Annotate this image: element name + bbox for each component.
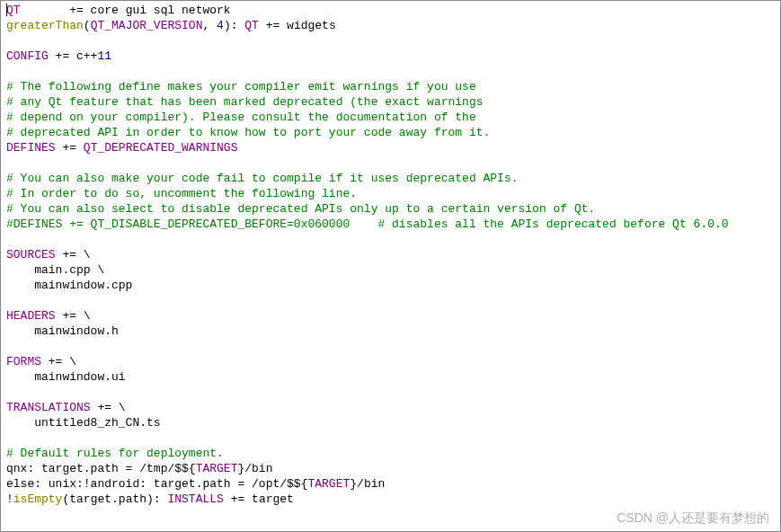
code-token: # In order to do so, uncomment the follo… [6,187,357,200]
code-token: += \ [91,401,126,414]
code-token: += \ [56,248,91,262]
code-token: HEADERS [6,309,56,323]
code-line[interactable]: !isEmpty(target.path): INSTALLS += targe… [6,492,775,507]
code-line[interactable] [6,385,775,400]
code-token: # Default rules for deployment. [6,447,224,460]
code-token: mainwindow.cpp [6,279,132,292]
code-token: INSTALLS [167,492,223,506]
code-line[interactable] [6,339,775,354]
code-line[interactable]: HEADERS += \ [6,308,775,324]
code-token: SOURCES [6,248,56,262]
code-line[interactable]: # Default rules for deployment. [6,446,775,461]
code-line[interactable] [6,293,775,308]
code-token: QT_MAJOR_VERSION [91,19,203,32]
code-line[interactable]: #DEFINES += QT_DISABLE_DEPRECATED_BEFORE… [6,217,775,232]
code-token: FORMS [6,355,41,368]
code-line[interactable]: # You can also select to disable depreca… [6,201,775,217]
code-line[interactable]: untitled8_zh_CN.ts [6,415,775,430]
code-line[interactable]: # You can also make your code fail to co… [6,171,775,186]
code-token: QT_DEPRECATED_WARNINGS [84,141,238,155]
code-line[interactable]: greaterThan(QT_MAJOR_VERSION, 4): QT += … [6,18,775,33]
code-token: , [202,19,217,32]
code-line[interactable] [6,64,775,79]
code-token: mainwindow.h [6,324,119,338]
code-token: TARGET [196,462,238,475]
code-line[interactable]: # deprecated API in order to know how to… [6,125,775,140]
code-token: # You can also select to disable depreca… [6,202,595,216]
code-line[interactable]: SOURCES += \ [6,247,775,262]
code-token: }/bin [237,462,272,475]
code-token: += \ [56,309,91,323]
code-line[interactable]: TRANSLATIONS += \ [6,400,775,415]
code-line[interactable] [6,155,775,171]
code-token: DEFINES [6,141,56,155]
code-line[interactable]: # any Qt feature that has been marked de… [6,94,775,110]
code-token: ): [224,19,244,32]
code-line[interactable]: # The following define makes your compil… [6,79,775,94]
code-token: }/bin [350,477,385,491]
code-token: # depend on your compiler). Please consu… [6,111,476,124]
code-token: += widgets [259,19,336,32]
code-line[interactable]: main.cpp \ [6,262,775,278]
code-token: += [56,141,84,155]
code-token: main.cpp \ [6,263,104,277]
code-token: 4 [217,19,224,32]
code-line[interactable]: mainwindow.cpp [6,278,775,293]
code-line[interactable] [6,232,775,247]
code-token: # deprecated API in order to know how to… [6,126,490,139]
code-line[interactable]: qnx: target.path = /tmp/$${TARGET}/bin [6,461,775,476]
code-editor[interactable]: QT += core gui sql networkgreaterThan(QT… [6,3,775,507]
code-token: # The following define makes your compil… [6,80,476,93]
code-line[interactable]: mainwindow.ui [6,369,775,385]
code-token: qnx: target.path = /tmp/$${ [6,462,196,475]
code-line[interactable]: # In order to do so, uncomment the follo… [6,186,775,201]
code-token: += target [224,492,294,506]
code-token: #DEFINES += QT_DISABLE_DEPRECATED_BEFORE… [6,217,729,231]
code-token: CONFIG [6,49,49,63]
code-line[interactable]: CONFIG += c++11 [6,49,775,64]
code-line[interactable]: mainwindow.h [6,324,775,339]
code-token: ! [6,492,13,506]
code-line[interactable] [6,33,775,49]
code-token: greaterThan [6,19,84,32]
code-token: += core gui sql network [21,4,231,17]
code-token: # any Qt feature that has been marked de… [6,95,484,109]
code-line[interactable] [6,430,775,446]
code-token: else: unix:!android: target.path = /opt/… [6,477,307,491]
code-token: += c++ [49,49,98,63]
code-token: mainwindow.ui [6,370,126,384]
code-line[interactable]: # depend on your compiler). Please consu… [6,110,775,125]
code-token: untitled8_zh_CN.ts [6,416,161,430]
code-token: (target.path): [62,492,167,506]
code-token: TARGET [307,477,350,491]
code-token: QT [244,19,259,32]
code-line[interactable]: else: unix:!android: target.path = /opt/… [6,476,775,492]
code-token: += \ [41,355,76,368]
code-token: isEmpty [13,492,63,506]
code-token: # You can also make your code fail to co… [6,172,519,185]
code-token: TRANSLATIONS [6,401,91,414]
code-token: ( [84,19,91,32]
code-line[interactable]: FORMS += \ [6,354,775,369]
watermark-text: CSDN @人还是要有梦想的 [617,510,769,526]
code-line[interactable]: DEFINES += QT_DEPRECATED_WARNINGS [6,140,775,155]
code-line[interactable]: QT += core gui sql network [6,3,775,18]
code-token: QT [6,4,21,17]
code-token: 11 [97,49,111,63]
